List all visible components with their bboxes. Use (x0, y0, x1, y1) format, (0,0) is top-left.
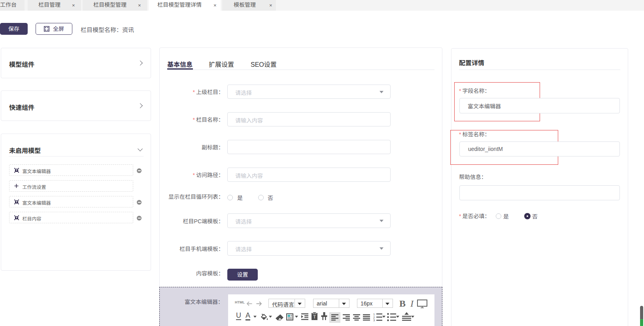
svg-text:3: 3 (373, 318, 375, 321)
svg-text:T: T (313, 315, 316, 319)
